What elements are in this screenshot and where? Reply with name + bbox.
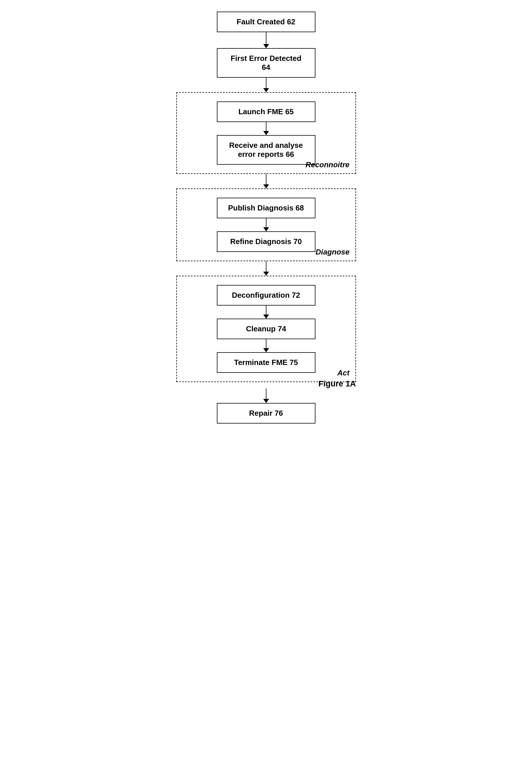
reconnoitre-section: Launch FME 65 Receive and analyse error … bbox=[176, 92, 356, 174]
act-section: Deconfiguration 72 Cleanup 74 Terminate … bbox=[176, 276, 356, 382]
deconfiguration-box: Deconfiguration 72 bbox=[217, 285, 315, 306]
arrow-1 bbox=[266, 32, 266, 48]
deconfiguration-label: Deconfiguration 72 bbox=[232, 291, 300, 299]
diagram-container: Fault Created 62 First Error Detected 64… bbox=[136, 12, 397, 760]
arrow-8 bbox=[266, 339, 266, 352]
arrow-2 bbox=[266, 78, 266, 92]
arrow-3 bbox=[266, 122, 266, 135]
arrow-4 bbox=[266, 174, 266, 188]
cleanup-label: Cleanup 74 bbox=[246, 324, 286, 333]
first-error-box: First Error Detected 64 bbox=[217, 48, 315, 78]
diagnose-label: Diagnose bbox=[315, 248, 349, 257]
receive-analyse-label: Receive and analyse error reports 66 bbox=[229, 141, 303, 159]
repair-box: Repair 76 bbox=[217, 403, 315, 424]
act-label: Act bbox=[337, 368, 350, 377]
diagnose-section: Publish Diagnosis 68 Refine Diagnosis 70… bbox=[176, 188, 356, 261]
refine-diagnosis-label: Refine Diagnosis 70 bbox=[230, 237, 302, 246]
launch-fme-label: Launch FME 65 bbox=[238, 107, 294, 116]
cleanup-box: Cleanup 74 bbox=[217, 319, 315, 339]
fault-created-box: Fault Created 62 bbox=[217, 12, 315, 32]
arrow-6 bbox=[266, 261, 266, 276]
figure-label: Figure 1A bbox=[318, 379, 356, 388]
terminate-fme-box: Terminate FME 75 bbox=[217, 352, 315, 373]
arrow-5 bbox=[266, 218, 266, 231]
arrow-9 bbox=[266, 388, 266, 403]
reconnoitre-label: Reconnoitre bbox=[306, 160, 350, 169]
terminate-fme-label: Terminate FME 75 bbox=[234, 358, 298, 367]
publish-diagnosis-box: Publish Diagnosis 68 bbox=[217, 198, 315, 218]
refine-diagnosis-box: Refine Diagnosis 70 bbox=[217, 231, 315, 252]
publish-diagnosis-label: Publish Diagnosis 68 bbox=[228, 204, 304, 212]
launch-fme-box: Launch FME 65 bbox=[217, 101, 315, 122]
receive-analyse-box: Receive and analyse error reports 66 bbox=[217, 135, 315, 165]
arrow-7 bbox=[266, 306, 266, 319]
repair-label: Repair 76 bbox=[249, 409, 283, 417]
first-error-label: First Error Detected 64 bbox=[230, 54, 301, 72]
fault-created-label: Fault Created 62 bbox=[237, 17, 295, 26]
